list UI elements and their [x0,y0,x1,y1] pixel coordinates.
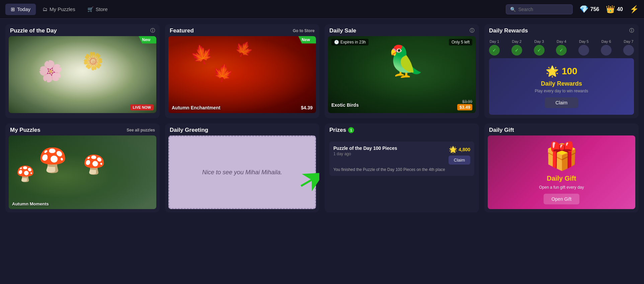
day-6-label: Day 6 [601,39,611,43]
prize-item-header: Puzzle of the Day 100 Pieces 1 day ago 🌟… [333,146,470,165]
open-gift-button[interactable]: Open Gift [544,194,580,204]
my-puzzles-image[interactable]: 🍄 🍄 🍄 Autumn Moments [9,135,156,209]
nav-tabs: ⊞ Today 🗂 My Puzzles 🛒 Store [5,4,113,15]
featured-price: $4.39 [301,105,313,110]
featured-title: Featured [170,27,194,34]
prize-item: Puzzle of the Day 100 Pieces 1 day ago 🌟… [329,141,474,176]
sale-title: Daily Sale [329,27,356,34]
daily-sale-section: Daily Sale ⓘ 🦜 🕐 Expires in 23h Only 5 l… [325,24,479,118]
prize-item-info: Puzzle of the Day 100 Pieces 1 day ago [333,146,397,156]
prize-coin-amount: 4,800 [459,147,470,152]
day-2-label: Day 2 [512,39,521,43]
days-row: Day 1 ✓ Day 2 ✓ Day 3 ✓ Day 4 ✓ Day 5 [489,39,634,56]
gem-icon: 💎 [579,5,588,14]
day-2-circle: ✓ [511,45,522,56]
prizes-badge: 1 [348,127,354,133]
day-1-circle: ✓ [489,45,500,56]
daily-greeting-section: Daily Greeting Nice to see you Mihai Mih… [165,123,319,212]
my-puzzles-title: My Puzzles [10,127,41,133]
crowns-value: 40 [617,6,623,12]
rewards-body: Day 1 ✓ Day 2 ✓ Day 3 ✓ Day 4 ✓ Day 5 [484,36,639,118]
day-4-circle: ✓ [556,45,567,56]
pod-live-badge: LIVE NOW [130,104,154,110]
gift-header: Daily Gift [484,123,639,135]
grid-icon: ⊞ [11,6,15,12]
see-all-link[interactable]: See all puzzles [127,128,155,132]
tab-store-label: Store [96,6,108,12]
pod-image-wrapper[interactable]: 🌸 🌼 New LIVE NOW [9,36,156,113]
rewards-sub: Play every day to win rewards [496,89,627,93]
puzzle-of-the-day-section: Puzzle of the Day ⓘ 🌸 🌼 New LIVE NOW [5,24,160,118]
gift-title: Daily Gift [489,127,514,133]
prizes-header: Prizes 1 [325,123,479,135]
header: ⊞ Today 🗂 My Puzzles 🛒 Store 🔍 💎 756 👑 4… [0,0,644,19]
coin-icon: 🌟 [546,65,559,78]
greeting-card: Nice to see you Mihai Mihaila. [168,135,316,209]
day-5-circle [578,45,589,56]
gems-stat: 💎 756 [579,5,599,14]
prize-coins: 🌟 4,800 [449,146,470,154]
only-left-badge: Only 5 left [449,39,472,45]
sale-header: Daily Sale ⓘ [325,24,479,36]
pod-info-icon[interactable]: ⓘ [150,28,155,34]
prizes-title-row: Prizes 1 [329,127,354,133]
day-6-circle [601,45,612,56]
rewards-info-icon[interactable]: ⓘ [629,28,634,34]
my-puzzles-section: My Puzzles See all puzzles 🍄 🍄 🍄 Autumn … [5,123,160,212]
search-input[interactable] [518,7,568,12]
rewards-center: 🌟 100 Daily Rewards Play every day to wi… [489,58,634,115]
header-right: 🔍 💎 756 👑 40 ⚡ [506,4,639,14]
expires-text: Expires in 23h [340,40,366,44]
sale-new-price: $3.49 [457,104,472,110]
tab-my-puzzles-label: My Puzzles [50,6,75,12]
day-2-item: Day 2 ✓ [511,39,522,56]
cart-icon: 🛒 [87,6,94,12]
only-left-text: Only 5 left [452,40,470,44]
day-5-label: Day 5 [579,39,589,43]
book-icon: 🗂 [43,6,48,12]
day-4-label: Day 4 [557,39,566,43]
gift-sub: Open a fun gift every day [539,185,584,190]
featured-puzzle-name: Autumn Enchantment [172,105,220,110]
sale-image-wrapper[interactable]: 🦜 🕐 Expires in 23h Only 5 left Exotic Bi… [328,36,476,113]
prizes-title: Prizes [329,127,346,133]
go-to-store-link[interactable]: Go to Store [293,28,315,33]
day-4-item: Day 4 ✓ [556,39,567,56]
lightning-icon: ⚡ [630,5,639,14]
day-7-label: Day 7 [624,39,634,43]
day-5-item: Day 5 [578,39,589,56]
prizes-body: Puzzle of the Day 100 Pieces 1 day ago 🌟… [325,135,479,179]
pod-title: Puzzle of the Day [10,27,57,34]
my-puzzles-header: My Puzzles See all puzzles [5,123,160,135]
featured-image-wrapper[interactable]: 🍁 🍁 🍁 New Autumn Enchantment $4.39 [168,36,316,113]
day-1-label: Day 1 [490,39,499,43]
prize-item-right: 🌟 4,800 Claim [449,146,470,165]
clock-icon: 🕐 [334,40,339,44]
day-7-item: Day 7 [623,39,634,56]
prize-item-desc: You finished the Puzzle of the Day 100 P… [333,167,470,172]
day-3-circle: ✓ [534,45,545,56]
featured-header: Featured Go to Store [165,24,319,36]
search-icon: 🔍 [510,7,516,12]
tab-my-puzzles[interactable]: 🗂 My Puzzles [37,4,81,15]
tab-store[interactable]: 🛒 Store [82,4,113,15]
rewards-header: Daily Rewards ⓘ [484,24,639,36]
greeting-title: Daily Greeting [170,127,208,133]
tab-today-label: Today [17,6,30,12]
tab-today[interactable]: ⊞ Today [5,4,36,15]
day-3-label: Day 3 [534,39,544,43]
claim-prize-button[interactable]: Claim [449,156,470,165]
claim-rewards-button[interactable]: Claim [545,97,578,108]
daily-rewards-section: Daily Rewards ⓘ Day 1 ✓ Day 2 ✓ Day 3 ✓ … [484,24,639,118]
search-box[interactable]: 🔍 [506,4,573,14]
sale-prices: $3.99 $3.49 [457,99,472,110]
prize-item-time: 1 day ago [333,152,397,156]
day-7-circle [623,45,634,56]
sale-old-price: $3.99 [462,99,472,104]
pod-header: Puzzle of the Day ⓘ [5,24,160,36]
rewards-amount: 100 [562,66,577,77]
main-content: Puzzle of the Day ⓘ 🌸 🌼 New LIVE NOW Fea… [0,19,644,218]
crowns-stat: 👑 40 [606,5,623,14]
sale-info-icon[interactable]: ⓘ [470,28,474,34]
greeting-header: Daily Greeting [165,123,319,135]
